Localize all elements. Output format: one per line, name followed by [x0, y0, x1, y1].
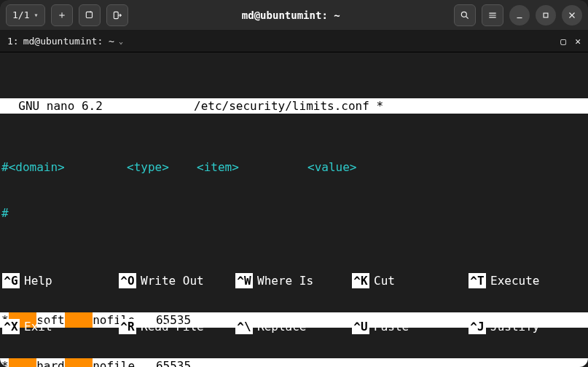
tab-maximize-icon[interactable]: ▢ [560, 36, 566, 47]
terminal-tabstrip: 1: md@ubuntumint: ~ ⌄ ▢ ✕ [0, 31, 588, 52]
maximize-button[interactable] [536, 5, 556, 25]
shortcut-cut: ^KCut [352, 273, 469, 288]
minimize-icon [514, 10, 525, 20]
shortcut-writeout: ^OWrite Out [119, 273, 235, 288]
nano-shortcut-bar: ^GHelp ^OWrite Out ^WWhere Is ^KCut ^TEx… [2, 242, 586, 365]
svg-rect-1 [114, 12, 118, 18]
shortcut-help: ^GHelp [2, 273, 119, 288]
maximize-icon [541, 10, 551, 20]
shortcut-readfile: ^RRead File [119, 319, 235, 334]
new-window-button[interactable] [79, 4, 101, 26]
plus-icon: ＋ [57, 9, 67, 22]
terminal-tab[interactable]: 1: md@ubuntumint: ~ ⌄ [7, 36, 123, 47]
exit-button[interactable] [106, 4, 128, 26]
menu-button[interactable] [482, 4, 503, 26]
shortcut-exit: ^XExit [2, 319, 119, 334]
svg-rect-0 [86, 12, 92, 17]
shortcut-paste: ^UPaste [352, 319, 469, 334]
window-title: md@ubuntumint: ~ [134, 9, 448, 21]
new-tab-button[interactable]: ＋ [51, 4, 73, 26]
svg-point-2 [461, 12, 466, 17]
tab-label: md@ubuntumint: ~ [23, 36, 114, 47]
editor-line: # [0, 205, 588, 221]
hamburger-icon [487, 10, 498, 20]
search-icon [460, 10, 470, 20]
window-plus-icon [85, 10, 95, 20]
editor-header-row: #<domain><type><item><value> [0, 159, 588, 175]
close-button[interactable] [562, 5, 582, 25]
nano-filename: /etc/security/limits.conf * [194, 98, 584, 114]
shortcut-replace: ^\Replace [235, 319, 352, 334]
shortcut-justify: ^JJustify [469, 319, 585, 334]
tab-counter-label: 1/1 [12, 9, 29, 20]
search-button[interactable] [454, 4, 476, 26]
chevron-down-icon: ▾ [34, 11, 38, 19]
exit-icon [112, 10, 122, 20]
tab-counter[interactable]: 1/1 ▾ [6, 4, 45, 26]
shortcut-whereis: ^WWhere Is [235, 273, 352, 288]
tab-close-icon[interactable]: ✕ [575, 36, 581, 47]
svg-rect-3 [544, 13, 548, 17]
window-titlebar: 1/1 ▾ ＋ md@ubuntumint: ~ [0, 0, 588, 31]
shortcut-execute: ^TExecute [469, 273, 585, 288]
tab-index: 1: [7, 36, 19, 47]
chevron-down-icon: ⌄ [119, 37, 123, 45]
nano-titlebar: GNU nano 6.2 /etc/security/limits.conf * [0, 98, 588, 114]
close-icon [567, 10, 577, 20]
nano-app-name: GNU nano 6.2 [4, 98, 194, 114]
minimize-button[interactable] [509, 5, 530, 25]
